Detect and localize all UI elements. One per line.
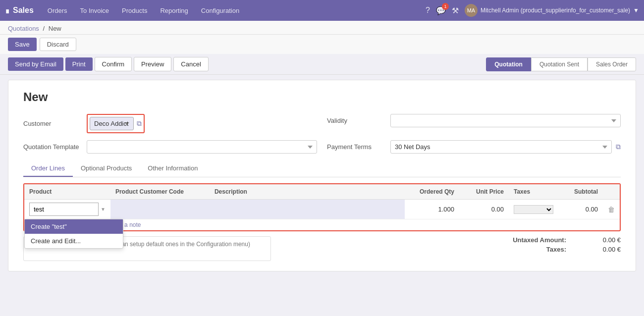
delete-row-icon[interactable]: 🗑 <box>608 206 615 213</box>
status-quotation[interactable]: Quotation <box>486 57 531 71</box>
user-name: Mitchell Admin (product_supplierinfo_for… <box>481 7 630 14</box>
product-input-wrap: ▼ <box>29 203 106 216</box>
preview-button[interactable]: Preview <box>134 57 171 71</box>
product-dropdown-toggle[interactable]: ▼ <box>101 207 106 212</box>
user-info[interactable]: MA Mitchell Admin (product_supplierinfo_… <box>465 4 639 17</box>
quotation-template-select[interactable] <box>87 140 317 154</box>
form-title: New <box>23 90 621 104</box>
col-delete <box>603 184 620 200</box>
dropdown-create-edit[interactable]: Create and Edit... <box>25 234 123 248</box>
cell-ordered-qty[interactable]: 1.000 <box>405 200 459 219</box>
untaxed-value: 0.00 € <box>581 236 621 244</box>
col-subtotal: Subtotal <box>558 184 603 200</box>
confirm-button[interactable]: Confirm <box>95 57 132 71</box>
print-button[interactable]: Print <box>65 57 93 71</box>
cell-product: ▼ Create "test" Create and Edit... <box>24 200 110 219</box>
tab-optional-products[interactable]: Optional Products <box>73 160 140 177</box>
quotation-template-label: Quotation Template <box>23 143 83 151</box>
table-row: ▼ Create "test" Create and Edit... 1.000… <box>24 200 620 219</box>
top-navigation: ∎ Sales Orders To Invoice Products Repor… <box>0 0 644 21</box>
app-logo[interactable]: ∎ Sales <box>5 6 34 15</box>
product-area: Product Product Customer Code Descriptio… <box>23 183 621 231</box>
order-table: Product Product Customer Code Descriptio… <box>24 184 620 219</box>
validity-label: Validity <box>327 117 386 124</box>
bug-icon[interactable]: ⚒ <box>452 6 459 15</box>
totals-untaxed-row: Untaxed Amount: 0.00 € <box>513 236 621 244</box>
tab-order-lines[interactable]: Order Lines <box>23 160 73 177</box>
taxes-label: Taxes: <box>546 246 566 253</box>
tab-other-information[interactable]: Other Information <box>140 160 206 177</box>
table-header-row: Product Product Customer Code Descriptio… <box>24 184 620 200</box>
nav-to-invoice[interactable]: To Invoice <box>74 5 115 16</box>
validity-select[interactable] <box>390 114 621 127</box>
payment-terms-select[interactable]: 30 Net Days <box>390 140 612 154</box>
nav-reporting[interactable]: Reporting <box>154 5 194 16</box>
order-tabs: Order Lines Optional Products Other Info… <box>23 160 621 177</box>
breadcrumb-current: New <box>49 25 61 32</box>
cell-subtotal: 0.00 <box>558 200 603 219</box>
totals-area: Untaxed Amount: 0.00 € Taxes: 0.00 € <box>513 236 621 255</box>
customer-highlight: Deco Addict ⧉ <box>87 114 145 133</box>
status-pills: Quotation Quotation Sent Sales Order <box>486 57 636 71</box>
status-sales-order[interactable]: Sales Order <box>588 57 636 71</box>
grid-icon: ∎ <box>5 6 10 15</box>
payment-terms-ext-link[interactable]: ⧉ <box>616 143 621 151</box>
action-buttons: Save Discard <box>0 35 644 54</box>
col-taxes: Taxes <box>509 184 558 200</box>
breadcrumb-bar: Quotations / New <box>0 21 644 35</box>
nav-products[interactable]: Products <box>116 5 153 16</box>
cell-delete: 🗑 <box>603 200 620 219</box>
taxes-value: 0.00 € <box>581 246 621 253</box>
chat-count: 1 <box>442 3 449 10</box>
breadcrumb-separator: / <box>43 25 45 32</box>
topbar-right: ? 💬 1 ⚒ MA Mitchell Admin (product_suppl… <box>426 4 639 17</box>
avatar-initials: MA <box>467 7 476 13</box>
dropdown-create-test[interactable]: Create "test" <box>25 219 123 234</box>
template-payment-row: Quotation Template Payment Terms 30 Net … <box>23 140 621 154</box>
cell-taxes[interactable] <box>509 200 558 219</box>
help-icon[interactable]: ? <box>426 6 430 15</box>
col-customer-code: Product Customer Code <box>110 184 210 200</box>
payment-terms-label: Payment Terms <box>327 143 386 151</box>
cell-customer-code[interactable] <box>110 200 210 219</box>
totals-taxes-row: Taxes: 0.00 € <box>513 246 621 253</box>
cell-description[interactable] <box>210 200 405 219</box>
avatar: MA <box>465 4 478 17</box>
col-unit-price: Unit Price <box>459 184 509 200</box>
customer-validity-row: Customer Deco Addict ⧉ Validity <box>23 114 621 133</box>
cancel-button[interactable]: Cancel <box>173 57 208 71</box>
status-quotation-sent[interactable]: Quotation Sent <box>531 57 588 71</box>
main-nav: Orders To Invoice Products Reporting Con… <box>42 5 423 16</box>
nav-configuration[interactable]: Configuration <box>195 5 245 16</box>
external-link-icon[interactable]: ⧉ <box>137 119 142 128</box>
user-dropdown-icon: ▼ <box>633 7 639 14</box>
untaxed-label: Untaxed Amount: <box>513 236 566 244</box>
discard-button[interactable]: Discard <box>40 38 76 51</box>
main-content: New Customer Deco Addict ⧉ Validity <box>0 75 644 311</box>
cell-unit-price[interactable]: 0.00 <box>459 200 509 219</box>
customer-label: Customer <box>23 120 83 127</box>
product-input[interactable] <box>29 203 99 216</box>
customer-select[interactable]: Deco Addict <box>90 117 134 130</box>
chat-badge[interactable]: 💬 1 <box>436 6 446 15</box>
col-description: Description <box>210 184 405 200</box>
app-title: Sales <box>13 6 34 15</box>
send-email-button[interactable]: Send by Email <box>8 57 63 71</box>
nav-orders[interactable]: Orders <box>42 5 73 16</box>
toolbar: Send by Email Print Confirm Preview Canc… <box>0 54 644 75</box>
taxes-select[interactable] <box>514 205 553 214</box>
breadcrumb: Quotations / New <box>8 25 636 32</box>
product-dropdown: Create "test" Create and Edit... <box>24 219 123 249</box>
col-ordered-qty: Ordered Qty <box>405 184 459 200</box>
col-product: Product <box>24 184 110 200</box>
form-card: New Customer Deco Addict ⧉ Validity <box>8 80 636 271</box>
save-button[interactable]: Save <box>8 38 37 51</box>
breadcrumb-quotations[interactable]: Quotations <box>8 25 39 32</box>
